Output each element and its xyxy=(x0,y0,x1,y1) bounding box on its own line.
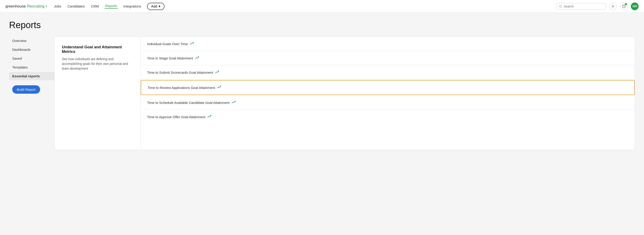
brand-recruiting: Recruiting xyxy=(27,4,45,9)
report-label: Time in Stage Goal Attainment xyxy=(147,56,193,60)
report-item-approve-offer[interactable]: Time to Approve Offer Goal Attainment xyxy=(141,110,635,124)
page-wrapper: Reports Overview Dashboards Saved Templa… xyxy=(0,13,644,157)
report-item-review-applications[interactable]: Time to Review Applications Goal Attainm… xyxy=(141,80,635,95)
nav-right: GH xyxy=(556,3,638,10)
brand-greenhouse: greenhouse xyxy=(6,4,26,9)
main-content: Understand Goal and Attainment Metrics S… xyxy=(54,37,635,150)
content-area: Overview Dashboards Saved Templates Esse… xyxy=(9,37,635,150)
report-item-time-in-stage[interactable]: Time in Stage Goal Attainment xyxy=(141,51,635,65)
sidebar: Overview Dashboards Saved Templates Esse… xyxy=(9,37,54,150)
search-icon xyxy=(559,5,562,8)
trend-icon xyxy=(208,115,212,119)
settings-button[interactable] xyxy=(609,3,617,10)
build-report-button[interactable]: Build Report xyxy=(12,85,40,94)
report-label: Time to Schedule Available Candidate Goa… xyxy=(147,101,230,105)
sidebar-item-dashboards[interactable]: Dashboards xyxy=(9,45,54,54)
nav-jobs[interactable]: Jobs xyxy=(54,4,62,8)
nav-crm[interactable]: CRM xyxy=(91,4,99,8)
sidebar-item-overview[interactable]: Overview xyxy=(9,37,54,45)
nav-integrations[interactable]: Integrations xyxy=(123,4,142,8)
sidebar-item-essential-reports[interactable]: Essential reports xyxy=(9,72,54,80)
report-label: Time to Submit Scorecards Goal Attainmen… xyxy=(147,71,213,74)
report-item-individual-goals[interactable]: Individual Goals Over Time xyxy=(141,37,635,51)
trend-icon xyxy=(232,101,236,105)
report-label: Time to Review Applications Goal Attainm… xyxy=(148,86,215,90)
report-item-schedule-candidate[interactable]: Time to Schedule Available Candidate Goa… xyxy=(141,96,635,110)
top-nav: greenhouse Recruiting ▾ Jobs Candidates … xyxy=(0,0,644,13)
brand-chevron-icon[interactable]: ▾ xyxy=(46,5,47,8)
nav-candidates[interactable]: Candidates xyxy=(67,4,85,8)
sidebar-item-templates[interactable]: Templates xyxy=(9,63,54,72)
add-button[interactable]: Add ▾ xyxy=(147,3,164,10)
nav-links: Jobs Candidates CRM Reports Integrations… xyxy=(54,3,550,10)
trend-icon xyxy=(195,56,200,60)
gear-icon xyxy=(611,5,615,8)
user-avatar[interactable]: GH xyxy=(631,3,638,10)
nav-reports[interactable]: Reports xyxy=(105,4,118,9)
search-box[interactable] xyxy=(556,3,606,10)
svg-line-1 xyxy=(561,7,562,7)
section-text: See how individuals are defining and acc… xyxy=(62,57,133,71)
help-button[interactable] xyxy=(620,3,628,10)
page-title: Reports xyxy=(9,20,635,30)
report-label: Individual Goals Over Time xyxy=(147,42,188,46)
trend-icon xyxy=(215,70,219,74)
brand-logo[interactable]: greenhouse Recruiting ▾ xyxy=(6,4,47,9)
section-title: Understand Goal and Attainment Metrics xyxy=(62,45,133,54)
report-list: Individual Goals Over Time Time in Stage… xyxy=(141,37,635,150)
svg-point-0 xyxy=(560,5,561,7)
trend-icon xyxy=(217,86,222,90)
help-icon xyxy=(622,5,626,8)
search-input[interactable] xyxy=(564,5,603,8)
sidebar-item-saved[interactable]: Saved xyxy=(9,54,54,63)
svg-point-2 xyxy=(612,6,614,7)
report-label: Time to Approve Offer Goal Attainment xyxy=(147,115,205,119)
section-description: Understand Goal and Attainment Metrics S… xyxy=(54,37,141,150)
trend-icon xyxy=(190,42,194,46)
report-item-submit-scorecards[interactable]: Time to Submit Scorecards Goal Attainmen… xyxy=(141,65,635,80)
